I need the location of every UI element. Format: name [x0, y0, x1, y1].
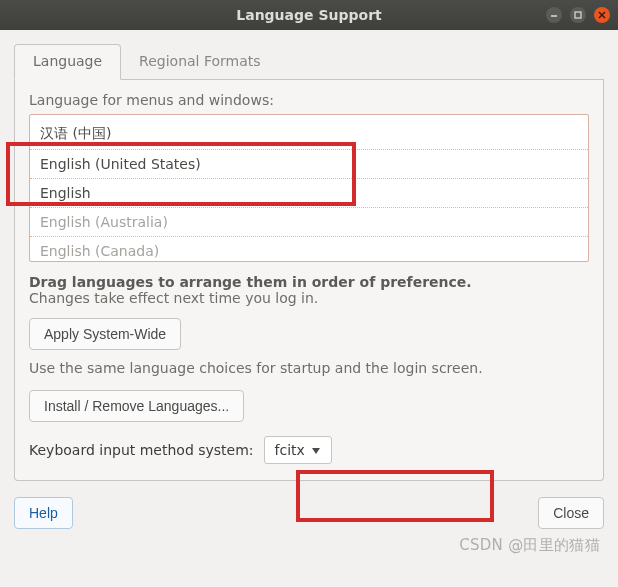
maximize-icon[interactable] [570, 7, 586, 23]
svg-marker-4 [312, 448, 320, 454]
tab-regional-formats[interactable]: Regional Formats [121, 45, 278, 79]
close-icon[interactable] [594, 7, 610, 23]
list-item[interactable]: English (Canada) [30, 237, 588, 262]
dialog-footer: Help Close [14, 497, 604, 529]
apply-system-wide-button[interactable]: Apply System-Wide [29, 318, 181, 350]
input-method-selected: fcitx [275, 442, 305, 458]
titlebar: Language Support [0, 0, 618, 30]
help-button[interactable]: Help [14, 497, 73, 529]
list-item[interactable]: English (United States) [30, 150, 588, 179]
same-choices-desc: Use the same language choices for startu… [29, 360, 589, 376]
chevron-down-icon [311, 442, 321, 458]
list-item[interactable]: 汉语 (中国) [30, 115, 588, 150]
input-method-label: Keyboard input method system: [29, 442, 254, 458]
close-button[interactable]: Close [538, 497, 604, 529]
input-method-select[interactable]: fcitx [264, 436, 332, 464]
drag-hint-sub: Changes take effect next time you log in… [29, 290, 589, 306]
menus-windows-label: Language for menus and windows: [29, 92, 589, 108]
svg-rect-1 [575, 12, 581, 18]
language-list[interactable]: 汉语 (中国) English (United States) English … [29, 114, 589, 262]
client-area: Language Regional Formats Language for m… [0, 30, 618, 587]
install-remove-languages-button[interactable]: Install / Remove Languages... [29, 390, 244, 422]
window-controls [546, 7, 610, 23]
list-item[interactable]: English [30, 179, 588, 208]
tab-language[interactable]: Language [14, 44, 121, 80]
minimize-icon[interactable] [546, 7, 562, 23]
input-method-row: Keyboard input method system: fcitx [29, 436, 589, 464]
drag-hint-bold: Drag languages to arrange them in order … [29, 274, 589, 290]
list-item[interactable]: English (Australia) [30, 208, 588, 237]
watermark-text: CSDN @田里的猫猫 [459, 536, 600, 555]
tab-panel-language: Language for menus and windows: 汉语 (中国) … [14, 80, 604, 481]
window-title: Language Support [236, 7, 381, 23]
tab-row: Language Regional Formats [14, 44, 604, 80]
